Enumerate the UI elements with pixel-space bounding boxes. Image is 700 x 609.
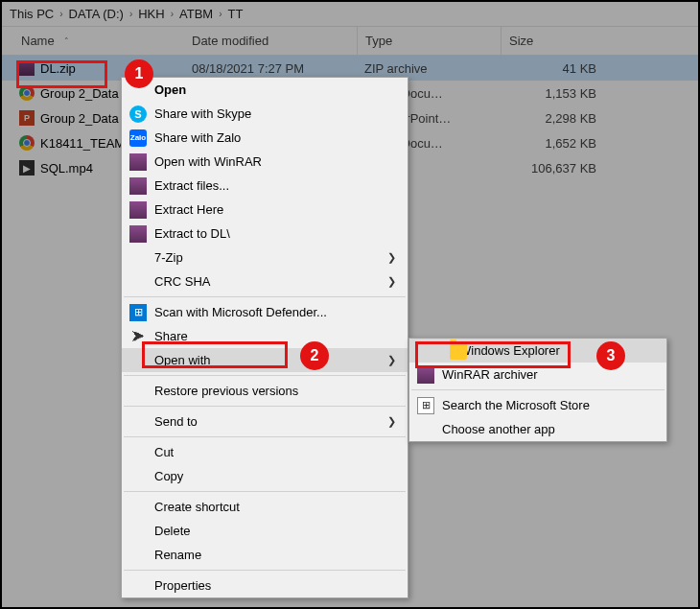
chevron-right-icon: ❯ bbox=[387, 415, 396, 428]
menu-separator bbox=[124, 570, 406, 571]
menu-item-open-with-winrar[interactable]: Open with WinRAR bbox=[122, 150, 408, 174]
folder-icon bbox=[450, 342, 467, 360]
chevron-right-icon: › bbox=[59, 9, 62, 19]
menu-item-rename[interactable]: Rename bbox=[122, 543, 408, 567]
file-size: 1,652 KB bbox=[501, 136, 606, 151]
menu-separator bbox=[124, 296, 406, 297]
col-type[interactable]: Type bbox=[357, 27, 501, 55]
menu-item-label: Rename bbox=[154, 548, 201, 562]
menu-item-label: Send to bbox=[154, 414, 198, 429]
menu-item-copy[interactable]: Copy bbox=[122, 464, 408, 488]
file-size: 41 KB bbox=[501, 61, 606, 76]
context-menu: OpenSShare with SkypeZaloShare with Zalo… bbox=[121, 77, 408, 598]
badge-1: 1 bbox=[125, 59, 153, 88]
menu-item-label: Extract to DL\ bbox=[154, 226, 230, 241]
chevron-right-icon: › bbox=[129, 9, 132, 19]
breadcrumb-part[interactable]: This PC bbox=[10, 7, 54, 21]
menu-item-open[interactable]: Open bbox=[122, 78, 408, 102]
badge-3: 3 bbox=[596, 341, 625, 370]
column-headers: Name˄ Date modified Type Size bbox=[2, 27, 698, 56]
rar-icon bbox=[19, 60, 35, 76]
skype-icon: S bbox=[129, 105, 147, 123]
menu-item-crc-sha[interactable]: CRC SHA❯ bbox=[122, 269, 408, 293]
menu-separator bbox=[124, 436, 406, 437]
menu-item-delete[interactable]: Delete bbox=[122, 519, 408, 543]
chrome-icon bbox=[19, 135, 35, 151]
menu-item-label: Properties bbox=[154, 578, 211, 593]
rar-icon bbox=[129, 225, 147, 243]
menu-item-label: Share with Skype bbox=[154, 106, 251, 121]
openwith-submenu: Windows ExplorerWinRAR archiver⊞Search t… bbox=[408, 338, 667, 442]
chevron-right-icon: ❯ bbox=[387, 354, 396, 366]
badge-2: 2 bbox=[300, 341, 329, 370]
file-size: 2,298 KB bbox=[501, 111, 606, 126]
menu-item-label: WinRAR archiver bbox=[442, 367, 538, 382]
menu-separator bbox=[124, 375, 406, 376]
menu-item-restore-previous-versions[interactable]: Restore previous versions bbox=[122, 379, 408, 403]
sort-indicator-icon: ˄ bbox=[64, 36, 69, 46]
menu-item-scan-with-microsoft-defender[interactable]: ⊞Scan with Microsoft Defender... bbox=[122, 300, 408, 324]
menu-item-winrar-archiver[interactable]: WinRAR archiver bbox=[409, 363, 666, 386]
menu-item-label: Windows Explorer bbox=[459, 343, 560, 358]
file-name: Group 2_Data bbox=[40, 86, 119, 101]
chevron-right-icon: ❯ bbox=[387, 275, 396, 288]
menu-item-send-to[interactable]: Send to❯ bbox=[122, 410, 408, 433]
menu-item-windows-explorer[interactable]: Windows Explorer bbox=[409, 339, 666, 363]
file-name: K18411_TEAM bbox=[40, 136, 125, 151]
menu-item-share[interactable]: ⮞Share bbox=[122, 324, 408, 348]
menu-item-label: Cut bbox=[154, 445, 174, 459]
col-date[interactable]: Date modified bbox=[184, 27, 357, 55]
rar-icon bbox=[417, 366, 434, 384]
rar-icon bbox=[129, 177, 147, 195]
vid-icon: ▶ bbox=[19, 160, 35, 176]
menu-item-label: Share bbox=[154, 329, 188, 343]
menu-item-label: Open bbox=[154, 82, 186, 97]
menu-item-label: Restore previous versions bbox=[154, 384, 298, 398]
file-size: 106,637 KB bbox=[501, 161, 606, 176]
menu-item-label: Create shortcut bbox=[154, 500, 240, 514]
file-name: DL.zip bbox=[40, 61, 76, 76]
breadcrumb-part[interactable]: TT bbox=[228, 7, 244, 21]
breadcrumb-part[interactable]: HKH bbox=[138, 7, 164, 21]
menu-item-label: Choose another app bbox=[442, 422, 555, 436]
menu-item-label: CRC SHA bbox=[154, 274, 211, 289]
def-icon: ⊞ bbox=[129, 304, 147, 321]
menu-item-label: Share with Zalo bbox=[154, 130, 241, 145]
breadcrumb-part[interactable]: ATBM bbox=[179, 7, 213, 21]
menu-item-extract-to-dl[interactable]: Extract to DL\ bbox=[122, 222, 408, 246]
menu-item-cut[interactable]: Cut bbox=[122, 440, 408, 464]
file-name: Group 2_Data bbox=[40, 111, 119, 126]
menu-item-label: Search the Microsoft Store bbox=[442, 398, 590, 412]
chevron-right-icon: ❯ bbox=[387, 251, 396, 264]
chevron-right-icon: › bbox=[219, 9, 222, 19]
file-type: ZIP archive bbox=[357, 61, 501, 76]
file-size: 1,153 KB bbox=[501, 86, 606, 101]
file-date: 08/18/2021 7:27 PM bbox=[184, 61, 357, 76]
menu-separator bbox=[124, 406, 406, 407]
menu-item-7-zip[interactable]: 7-Zip❯ bbox=[122, 246, 408, 269]
file-name: SQL.mp4 bbox=[40, 161, 93, 176]
menu-item-extract-here[interactable]: Extract Here bbox=[122, 198, 408, 222]
col-size[interactable]: Size bbox=[501, 27, 606, 55]
breadcrumb-part[interactable]: DATA (D:) bbox=[69, 7, 124, 21]
col-name[interactable]: Name˄ bbox=[2, 27, 184, 55]
menu-item-create-shortcut[interactable]: Create shortcut bbox=[122, 495, 408, 519]
breadcrumb[interactable]: This PC›DATA (D:)›HKH›ATBM›TT bbox=[2, 2, 698, 27]
menu-item-label: Delete bbox=[154, 524, 191, 538]
menu-item-choose-another-app[interactable]: Choose another app bbox=[409, 417, 666, 441]
menu-item-extract-files[interactable]: Extract files... bbox=[122, 174, 408, 198]
menu-item-label: 7-Zip bbox=[154, 250, 183, 265]
menu-item-share-with-skype[interactable]: SShare with Skype bbox=[122, 102, 408, 126]
menu-item-search-the-microsoft-store[interactable]: ⊞Search the Microsoft Store bbox=[409, 393, 666, 417]
menu-item-share-with-zalo[interactable]: ZaloShare with Zalo bbox=[122, 126, 408, 150]
menu-item-open-with[interactable]: Open with❯ bbox=[122, 348, 408, 372]
rar-icon bbox=[129, 201, 147, 219]
chevron-right-icon: › bbox=[171, 9, 174, 19]
menu-separator bbox=[411, 389, 665, 390]
menu-separator bbox=[124, 491, 406, 492]
menu-item-label: Open with bbox=[154, 353, 211, 367]
store-icon: ⊞ bbox=[417, 397, 434, 414]
rar-icon bbox=[129, 153, 147, 171]
menu-item-properties[interactable]: Properties bbox=[122, 574, 408, 597]
menu-item-label: Extract Here bbox=[154, 202, 223, 217]
